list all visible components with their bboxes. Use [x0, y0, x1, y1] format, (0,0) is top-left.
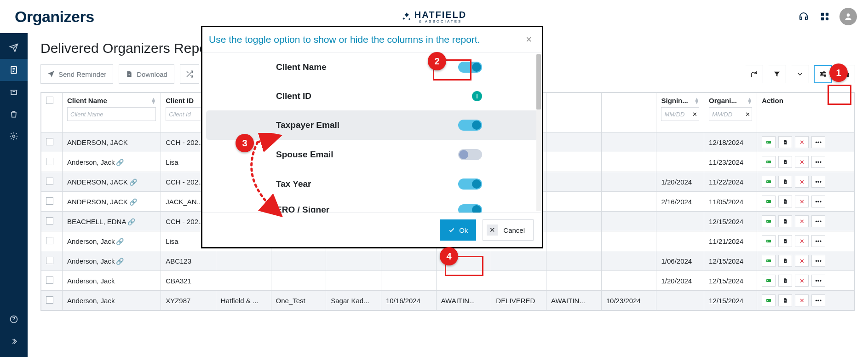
- row-checkbox[interactable]: [46, 276, 53, 284]
- sidebar-item-trash[interactable]: [0, 103, 28, 125]
- action-more-button[interactable]: •••: [811, 156, 825, 168]
- action-delete-button[interactable]: ✕: [795, 196, 809, 207]
- send-reminder-button[interactable]: Send Reminder: [40, 64, 113, 84]
- action-more-button[interactable]: •••: [811, 136, 825, 148]
- action-view-button[interactable]: [762, 136, 776, 148]
- column-option-row: ERO / Signer: [202, 199, 542, 213]
- filter-signing[interactable]: [661, 107, 691, 121]
- action-view-button[interactable]: [762, 196, 776, 207]
- action-download-button[interactable]: [778, 215, 792, 227]
- action-download-button[interactable]: [778, 255, 792, 267]
- sort-icon[interactable]: ▲▼: [151, 98, 156, 104]
- action-download-button[interactable]: [778, 235, 792, 247]
- column-toggle[interactable]: [458, 204, 482, 213]
- action-download-button[interactable]: [778, 176, 792, 188]
- avatar[interactable]: [839, 8, 857, 25]
- modal-close-button[interactable]: ×: [526, 34, 532, 46]
- modal-scrollbar[interactable]: [536, 54, 541, 211]
- action-more-button[interactable]: •••: [811, 275, 825, 287]
- action-more-button[interactable]: •••: [811, 176, 825, 188]
- action-view-button[interactable]: [762, 176, 776, 188]
- svg-point-3: [826, 17, 828, 20]
- cell-signing: [656, 231, 704, 251]
- info-icon[interactable]: i: [472, 91, 482, 101]
- select-all-checkbox[interactable]: [46, 97, 53, 104]
- refresh-button[interactable]: [745, 65, 763, 83]
- link-icon: 🔗: [129, 198, 137, 206]
- action-view-button[interactable]: [762, 275, 776, 287]
- action-delete-button[interactable]: ✕: [795, 294, 809, 306]
- row-checkbox[interactable]: [46, 257, 53, 264]
- action-more-button[interactable]: •••: [811, 294, 825, 306]
- col-header-client-id[interactable]: Client ID: [166, 97, 194, 104]
- cell-client-name: Anderson, Jack🔗: [63, 251, 161, 271]
- action-download-button[interactable]: [778, 294, 792, 306]
- col-header-organizer[interactable]: Organi...: [709, 97, 737, 104]
- filter-client-name[interactable]: [67, 107, 156, 121]
- cell-client-id: ABC123: [161, 251, 216, 271]
- svg-rect-23: [766, 259, 771, 262]
- svg-point-22: [767, 241, 768, 242]
- clear-filter-button[interactable]: ✕: [691, 107, 699, 121]
- cell-organizer: 11/05/2024: [704, 192, 757, 212]
- apps-icon[interactable]: [818, 10, 831, 23]
- action-download-button[interactable]: [778, 136, 792, 148]
- action-delete-button[interactable]: ✕: [795, 136, 809, 148]
- app-title: Organizers: [15, 8, 94, 26]
- col-header-signing[interactable]: Signin...: [661, 97, 688, 104]
- column-toggle[interactable]: [458, 149, 482, 160]
- row-checkbox[interactable]: [46, 197, 53, 205]
- download-button[interactable]: Download: [119, 64, 174, 84]
- clear-filter-button[interactable]: ✕: [743, 107, 752, 121]
- ok-button[interactable]: Ok: [440, 219, 476, 241]
- cell-organizer: 12/15/2024: [704, 271, 757, 291]
- row-checkbox[interactable]: [46, 296, 53, 304]
- sidebar-item-archive[interactable]: [0, 81, 28, 103]
- row-checkbox[interactable]: [46, 178, 53, 185]
- sidebar-item-help[interactable]: [0, 308, 28, 330]
- column-toggle[interactable]: [458, 178, 482, 190]
- sidebar-item-expand[interactable]: [0, 330, 28, 352]
- action-delete-button[interactable]: ✕: [795, 255, 809, 267]
- column-option-row: Client Name: [202, 52, 542, 82]
- download-icon: [126, 70, 133, 78]
- action-download-button[interactable]: [778, 156, 792, 168]
- svg-rect-13: [766, 161, 771, 163]
- action-view-button[interactable]: [762, 235, 776, 247]
- expand-filter-button[interactable]: [791, 65, 809, 83]
- action-delete-button[interactable]: ✕: [795, 156, 809, 168]
- action-delete-button[interactable]: ✕: [795, 275, 809, 287]
- filter-button[interactable]: [768, 65, 786, 83]
- brand-name: HATFIELD: [414, 10, 466, 20]
- row-checkbox[interactable]: [46, 138, 53, 145]
- shuffle-button[interactable]: [180, 64, 199, 84]
- action-delete-button[interactable]: ✕: [795, 176, 809, 188]
- action-delete-button[interactable]: ✕: [795, 215, 809, 227]
- action-view-button[interactable]: [762, 215, 776, 227]
- action-more-button[interactable]: •••: [811, 255, 825, 267]
- column-toggle[interactable]: [458, 120, 482, 131]
- sidebar-item-organizers[interactable]: [0, 59, 28, 81]
- filter-organizer[interactable]: [709, 107, 743, 121]
- action-more-button[interactable]: •••: [811, 215, 825, 227]
- row-checkbox[interactable]: [46, 217, 53, 225]
- action-view-button[interactable]: [762, 294, 776, 306]
- row-checkbox[interactable]: [46, 237, 53, 244]
- action-download-button[interactable]: [778, 196, 792, 207]
- action-delete-button[interactable]: ✕: [795, 235, 809, 247]
- check-icon: [448, 226, 455, 234]
- action-more-button[interactable]: •••: [811, 235, 825, 247]
- action-view-button[interactable]: [762, 255, 776, 267]
- action-download-button[interactable]: [778, 275, 792, 287]
- action-more-button[interactable]: •••: [811, 196, 825, 207]
- sidebar-item-settings[interactable]: [0, 125, 28, 147]
- sort-icon[interactable]: ▲▼: [694, 98, 699, 104]
- cancel-button[interactable]: ✕ Cancel: [483, 219, 534, 241]
- sidebar-item-send[interactable]: [0, 37, 28, 59]
- col-header-client-name[interactable]: Client Name: [67, 97, 107, 104]
- action-view-button[interactable]: [762, 156, 776, 168]
- headset-icon[interactable]: [797, 10, 810, 23]
- row-checkbox[interactable]: [46, 158, 53, 165]
- modal-title: Use the toggle option to show or hide th…: [209, 34, 480, 45]
- sort-icon[interactable]: ▲▼: [747, 98, 752, 104]
